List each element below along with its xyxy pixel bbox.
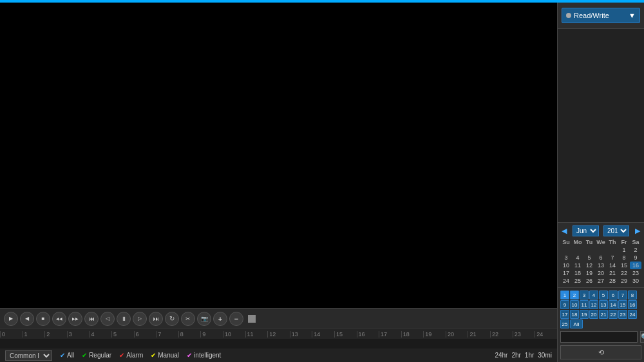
cal-day[interactable]: 5 (583, 254, 595, 262)
cal-day[interactable]: 20 (595, 269, 607, 277)
stop-square-button[interactable] (248, 315, 256, 323)
ch-btn-21[interactable]: 21 (599, 310, 608, 319)
stop-button[interactable] (36, 312, 50, 326)
ch-btn-all[interactable]: All (570, 319, 583, 329)
cal-day[interactable]: 1 (618, 246, 630, 254)
ch-btn-22[interactable]: 22 (609, 310, 618, 319)
cal-day[interactable] (595, 246, 607, 254)
cal-day[interactable]: 19 (583, 269, 595, 277)
zoom-in-button[interactable] (213, 312, 227, 326)
backup-button[interactable]: ⟲ (560, 345, 641, 359)
cal-day[interactable]: 6 (595, 254, 607, 262)
cal-month-select[interactable]: Jun (573, 225, 599, 236)
repeat-button[interactable] (165, 312, 179, 326)
cal-day[interactable]: 7 (607, 254, 618, 262)
slow-fwd-button[interactable] (133, 312, 147, 326)
cal-day[interactable]: 26 (583, 277, 595, 285)
ch-btn-10[interactable]: 10 (570, 300, 579, 309)
cal-day[interactable] (583, 246, 595, 254)
ch-btn-18[interactable]: 18 (570, 310, 579, 319)
ch-btn-2[interactable]: 2 (570, 291, 579, 300)
cal-day[interactable]: 29 (618, 277, 630, 285)
30mi-button[interactable]: 30mi (538, 352, 552, 359)
ch-btn-25[interactable]: 25 (560, 319, 569, 329)
slow-back-button[interactable] (100, 312, 115, 326)
cal-day[interactable]: 9 (630, 254, 641, 262)
2hr-button[interactable]: 2hr (511, 352, 520, 359)
cal-prev-month[interactable]: ◀ (560, 227, 568, 235)
legend-all: ✔ All (60, 352, 74, 359)
cal-day[interactable]: 12 (583, 262, 595, 269)
cal-day[interactable]: 14 (607, 262, 618, 269)
play-button[interactable] (4, 312, 18, 326)
ch-btn-15[interactable]: 15 (618, 300, 627, 309)
prev-button[interactable] (20, 312, 34, 326)
cal-day[interactable]: 18 (572, 269, 583, 277)
cal-year-select[interactable]: 2018 (603, 225, 629, 236)
ch-btn-1[interactable]: 1 (560, 291, 569, 300)
main-layout: 0 1 2 3 4 5 6 7 8 9 10 11 12 13 14 15 16 (0, 3, 644, 362)
cal-day[interactable]: 3 (560, 254, 572, 262)
ch-btn-12[interactable]: 12 (589, 300, 598, 309)
search-button[interactable]: 🔍 (640, 331, 644, 343)
ch-btn-5[interactable]: 5 (599, 291, 608, 300)
ch-btn-17[interactable]: 17 (560, 310, 569, 319)
cal-day[interactable]: 23 (630, 269, 641, 277)
search-input[interactable] (560, 331, 638, 343)
cal-day[interactable]: 2 (630, 246, 641, 254)
cal-day[interactable]: 25 (572, 277, 583, 285)
rewind-button[interactable] (52, 312, 66, 326)
ch-btn-24[interactable]: 24 (628, 310, 637, 319)
ch-btn-11[interactable]: 11 (580, 300, 589, 309)
ch-btn-23[interactable]: 23 (618, 310, 627, 319)
step-back-button[interactable] (84, 312, 99, 326)
cal-day[interactable]: 10 (560, 262, 572, 269)
cal-day[interactable]: 11 (572, 262, 583, 269)
ruler-mark-22: 22 (490, 331, 513, 338)
ch-btn-19[interactable]: 19 (580, 310, 589, 319)
cal-next-month[interactable]: ▶ (634, 227, 641, 235)
ch-btn-7[interactable]: 7 (618, 291, 627, 300)
1hr-button[interactable]: 1hr (525, 352, 534, 359)
timeline-track[interactable] (0, 339, 557, 348)
24hr-button[interactable]: 24hr (495, 352, 507, 359)
channel-select[interactable]: Common I (5, 350, 52, 361)
ruler-mark-3: 3 (67, 331, 90, 338)
cal-day-today[interactable]: 16 (630, 262, 641, 269)
cal-day[interactable]: 28 (607, 277, 618, 285)
zoom-out-button[interactable] (229, 312, 243, 326)
cal-day[interactable]: 30 (630, 277, 641, 285)
pause-button[interactable] (117, 312, 131, 326)
cal-day[interactable]: 15 (618, 262, 630, 269)
cal-day[interactable]: 8 (618, 254, 630, 262)
clip-button[interactable] (181, 312, 195, 326)
ch-btn-9[interactable]: 9 (560, 300, 569, 309)
cal-day[interactable] (607, 246, 618, 254)
step-back-icon (89, 316, 95, 322)
rw-dropdown[interactable]: Read/Write ▼ (562, 8, 640, 23)
camera-button[interactable] (197, 312, 211, 326)
ch-btn-20[interactable]: 20 (589, 310, 598, 319)
fast-forward-button[interactable] (68, 312, 82, 326)
step-fwd-button[interactable] (149, 312, 163, 326)
cal-day[interactable]: 4 (572, 254, 583, 262)
cal-day[interactable]: 21 (607, 269, 618, 277)
stop-icon (42, 316, 45, 321)
cal-day[interactable] (560, 246, 572, 254)
legend-intelligent-label: intelligent (194, 352, 221, 359)
ch-btn-4[interactable]: 4 (589, 291, 598, 300)
repeat-icon (169, 315, 175, 322)
cal-day[interactable]: 13 (595, 262, 607, 269)
ch-btn-16[interactable]: 16 (628, 300, 637, 309)
ch-btn-14[interactable]: 14 (609, 300, 618, 309)
ch-btn-13[interactable]: 13 (599, 300, 608, 309)
cal-day[interactable]: 24 (560, 277, 572, 285)
cal-day[interactable]: 22 (618, 269, 630, 277)
cal-day[interactable]: 17 (560, 269, 572, 277)
cal-day[interactable]: 27 (595, 277, 607, 285)
ch-btn-8[interactable]: 8 (628, 291, 637, 300)
ch-btn-6[interactable]: 6 (609, 291, 618, 300)
cal-day[interactable] (572, 246, 583, 254)
ch-btn-3[interactable]: 3 (580, 291, 589, 300)
timeline-area[interactable]: 0 1 2 3 4 5 6 7 8 9 10 11 12 13 14 15 16 (0, 329, 557, 348)
